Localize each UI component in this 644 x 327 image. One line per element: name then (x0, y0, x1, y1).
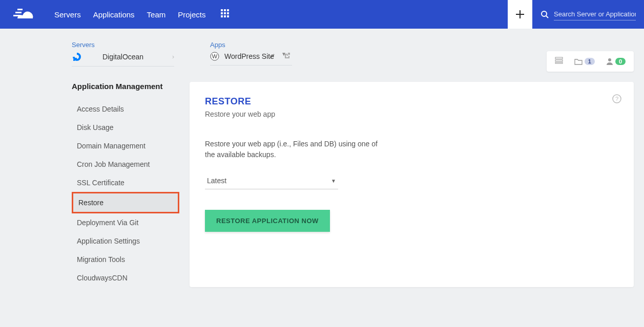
user-icon (606, 57, 613, 66)
logo[interactable] (10, 0, 39, 29)
sidebar-item-migration-tools[interactable]: Migration Tools (72, 250, 179, 269)
svg-rect-1 (15, 12, 22, 13)
nav-items: Servers Applications Team Projects (54, 10, 205, 19)
plus-icon (515, 9, 525, 19)
svg-rect-3 (221, 9, 223, 11)
status-card: 1 0 (547, 51, 634, 72)
card-description: Restore your web app (i.e., Files and DB… (205, 139, 389, 160)
svg-rect-5 (227, 9, 229, 11)
app-selector[interactable]: W WordPress Site ▼ (210, 52, 292, 66)
digitalocean-icon (72, 52, 82, 62)
nav-team[interactable]: Team (147, 10, 166, 19)
user-status[interactable]: 0 (606, 57, 626, 66)
svg-rect-7 (224, 12, 226, 14)
breadcrumb-apps: Apps W WordPress Site ▼ (210, 41, 292, 66)
app-name: WordPress Site (224, 52, 274, 60)
nav-servers[interactable]: Servers (54, 10, 81, 19)
sidebar-item-restore[interactable]: Restore (72, 192, 179, 213)
breadcrumb-apps-label: Apps (210, 41, 292, 49)
svg-line-15 (546, 16, 548, 18)
wordpress-icon: W (210, 52, 219, 61)
folder-icon (574, 58, 583, 65)
sidebar-item-domain-management[interactable]: Domain Management (72, 137, 179, 155)
server-selector[interactable]: DigitalOcean › (72, 52, 174, 67)
restore-button[interactable]: RESTORE APPLICATION NOW (205, 210, 330, 232)
add-button[interactable] (508, 0, 532, 29)
sidebar-item-application-settings[interactable]: Application Settings (72, 232, 179, 250)
breadcrumb-servers-label: Servers (72, 41, 174, 49)
chevron-right-icon: › (172, 53, 174, 60)
server-name: DigitalOcean (102, 53, 143, 61)
apps-grid-icon[interactable] (221, 9, 229, 19)
search-icon (541, 10, 549, 18)
svg-rect-17 (73, 59, 75, 61)
cloud-logo-icon (12, 7, 37, 21)
sidebar-title: Application Management (72, 82, 179, 91)
folder-status[interactable]: 1 (574, 58, 595, 65)
search-input[interactable] (554, 8, 636, 20)
breadcrumb-servers: Servers DigitalOcean › (72, 41, 174, 67)
sidebar-item-cron-job-management[interactable]: Cron Job Management (72, 155, 179, 173)
svg-rect-4 (224, 9, 226, 11)
caret-down-icon: ▼ (281, 51, 286, 57)
backup-select[interactable]: Latest ▼ (205, 172, 338, 189)
sidebar-item-ssl-certificate[interactable]: SSL Certificate (72, 173, 179, 192)
svg-rect-13 (516, 14, 524, 15)
list-icon[interactable] (555, 56, 563, 67)
svg-rect-10 (224, 15, 226, 17)
svg-point-14 (542, 11, 547, 16)
sidebar-item-access-details[interactable]: Access Details (72, 100, 179, 118)
card-title: RESTORE (205, 96, 618, 107)
svg-text:W: W (212, 53, 218, 59)
svg-rect-0 (13, 15, 20, 16)
restore-card: ? RESTORE Restore your web app Restore y… (190, 82, 634, 287)
svg-rect-8 (227, 12, 229, 14)
svg-point-23 (608, 58, 611, 61)
sidebar-item-cloudwayscdn[interactable]: CloudwaysCDN (72, 269, 179, 287)
topbar: Servers Applications Team Projects (0, 0, 644, 29)
search-area (532, 0, 644, 29)
sidebar-item-disk-usage[interactable]: Disk Usage (72, 118, 179, 137)
nav-applications[interactable]: Applications (93, 10, 135, 19)
svg-rect-20 (555, 57, 563, 59)
sidebar: Application Management Access DetailsDis… (72, 82, 179, 287)
svg-rect-22 (555, 62, 563, 63)
card-subtitle: Restore your web app (205, 110, 618, 118)
svg-rect-6 (221, 12, 223, 14)
user-badge: 0 (615, 58, 626, 65)
svg-rect-16 (75, 58, 77, 60)
folder-badge: 1 (585, 58, 595, 65)
svg-rect-2 (17, 9, 23, 10)
svg-text:?: ? (615, 96, 618, 102)
help-icon[interactable]: ? (612, 94, 621, 105)
caret-down-icon: ▼ (331, 178, 336, 184)
main-area: Application Management Access DetailsDis… (0, 67, 644, 287)
svg-rect-9 (221, 15, 223, 17)
sidebar-item-deployment-via-git[interactable]: Deployment Via Git (72, 213, 179, 232)
svg-rect-11 (227, 15, 229, 17)
svg-rect-21 (555, 60, 563, 61)
backup-select-value: Latest (207, 177, 226, 185)
nav-projects[interactable]: Projects (178, 10, 205, 19)
